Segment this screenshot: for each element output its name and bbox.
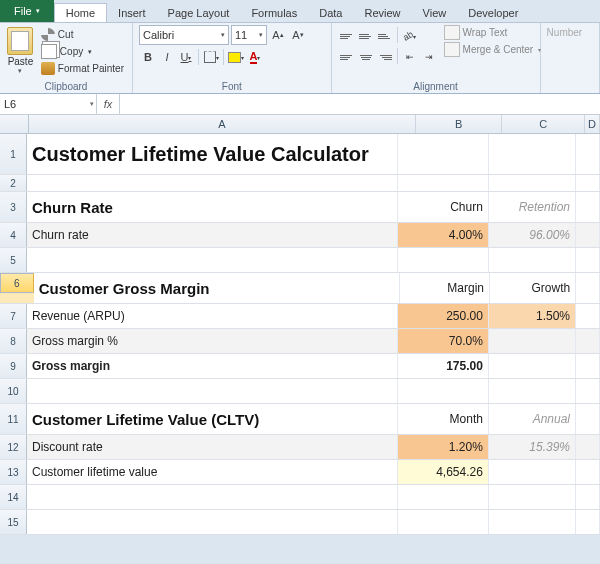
cell-D4[interactable] — [576, 223, 600, 247]
cell-A9[interactable]: Gross margin — [27, 354, 398, 378]
cell-A10[interactable] — [27, 379, 398, 403]
cell-C7[interactable]: 1.50% — [489, 304, 576, 328]
cell-D9[interactable] — [576, 354, 600, 378]
tab-formulas[interactable]: Formulas — [240, 4, 308, 22]
cell-A7[interactable]: Revenue (ARPU) — [27, 304, 398, 328]
cell-A12[interactable]: Discount rate — [27, 435, 398, 459]
tab-data[interactable]: Data — [308, 4, 353, 22]
cell-B8[interactable]: 70.0% — [398, 329, 489, 353]
cell-A2[interactable] — [27, 175, 398, 191]
cell-A14[interactable] — [27, 485, 398, 509]
tab-developer[interactable]: Developer — [457, 4, 529, 22]
cell-A4[interactable]: Churn rate — [27, 223, 398, 247]
cell-B13[interactable]: 4,654.26 — [398, 460, 489, 484]
row-header[interactable]: 5 — [0, 248, 27, 272]
cell-B11[interactable]: Month — [398, 404, 489, 434]
row-header[interactable]: 3 — [0, 192, 27, 222]
cell-D2[interactable] — [576, 175, 600, 191]
cell-B10[interactable] — [398, 379, 489, 403]
select-all-corner[interactable] — [0, 115, 29, 133]
row-header[interactable]: 9 — [0, 354, 27, 378]
cell-A15[interactable] — [27, 510, 398, 534]
cell-B5[interactable] — [398, 248, 489, 272]
font-name-select[interactable]: Calibri▾ — [139, 25, 229, 45]
cell-C9[interactable] — [489, 354, 576, 378]
cell-D6[interactable] — [576, 273, 600, 303]
tab-insert[interactable]: Insert — [107, 4, 157, 22]
cell-C13[interactable] — [489, 460, 576, 484]
cell-A8[interactable]: Gross margin % — [27, 329, 398, 353]
cell-B2[interactable] — [398, 175, 489, 191]
row-header[interactable]: 15 — [0, 510, 27, 534]
cell-C8[interactable] — [489, 329, 576, 353]
cell-B4[interactable]: 4.00% — [398, 223, 489, 247]
col-header-B[interactable]: B — [416, 115, 503, 133]
cell-B14[interactable] — [398, 485, 489, 509]
cell-C15[interactable] — [489, 510, 576, 534]
font-color-button[interactable]: A▾ — [246, 48, 264, 66]
copy-button[interactable]: Copy▾ — [39, 43, 126, 60]
col-header-C[interactable]: C — [502, 115, 585, 133]
row-header[interactable]: 6 — [0, 273, 34, 293]
row-header[interactable]: 1 — [0, 134, 27, 174]
cell-A3[interactable]: Churn Rate — [27, 192, 398, 222]
cell-D1[interactable] — [576, 134, 600, 174]
cell-B1[interactable] — [398, 134, 489, 174]
row-header[interactable]: 7 — [0, 304, 27, 328]
paste-button[interactable]: Paste ▾ — [6, 25, 35, 81]
cell-B6[interactable]: Margin — [400, 273, 490, 303]
tab-view[interactable]: View — [412, 4, 458, 22]
name-box[interactable]: L6▾ — [0, 94, 97, 114]
row-header[interactable]: 4 — [0, 223, 27, 247]
cell-C11[interactable]: Annual — [489, 404, 576, 434]
border-button[interactable]: ▾ — [202, 48, 220, 66]
align-middle-button[interactable] — [357, 27, 375, 45]
cell-D14[interactable] — [576, 485, 600, 509]
cell-C6[interactable]: Growth — [490, 273, 576, 303]
align-top-button[interactable] — [338, 27, 356, 45]
row-header[interactable]: 10 — [0, 379, 27, 403]
font-size-select[interactable]: 11▾ — [231, 25, 267, 45]
cell-B15[interactable] — [398, 510, 489, 534]
row-header[interactable]: 8 — [0, 329, 27, 353]
orientation-button[interactable]: ab▾ — [401, 27, 419, 45]
cell-B12[interactable]: 1.20% — [398, 435, 489, 459]
shrink-font-button[interactable]: A▾ — [289, 26, 307, 44]
merge-center-button[interactable]: Merge & Center▾ — [444, 42, 542, 57]
indent-dec-button[interactable]: ⇤ — [401, 48, 419, 66]
format-painter-button[interactable]: Format Painter — [39, 61, 126, 76]
file-tab[interactable]: File▾ — [0, 0, 54, 22]
align-right-button[interactable] — [376, 48, 394, 66]
cell-B3[interactable]: Churn — [398, 192, 489, 222]
align-left-button[interactable] — [338, 48, 356, 66]
fill-color-button[interactable]: ▾ — [227, 48, 245, 66]
tab-review[interactable]: Review — [353, 4, 411, 22]
formula-input[interactable] — [120, 94, 600, 114]
italic-button[interactable]: I — [158, 48, 176, 66]
cut-button[interactable]: Cut — [39, 27, 126, 42]
cell-C14[interactable] — [489, 485, 576, 509]
bold-button[interactable]: B — [139, 48, 157, 66]
cell-D11[interactable] — [576, 404, 600, 434]
underline-button[interactable]: U▾ — [177, 48, 195, 66]
cell-A5[interactable] — [27, 248, 398, 272]
cell-C3[interactable]: Retention — [489, 192, 576, 222]
cell-A13[interactable]: Customer lifetime value — [27, 460, 398, 484]
cell-C4[interactable]: 96.00% — [489, 223, 576, 247]
row-header[interactable]: 2 — [0, 175, 27, 191]
cell-C2[interactable] — [489, 175, 576, 191]
wrap-text-button[interactable]: Wrap Text — [444, 25, 542, 40]
grow-font-button[interactable]: A▴ — [269, 26, 287, 44]
cell-D5[interactable] — [576, 248, 600, 272]
cell-D3[interactable] — [576, 192, 600, 222]
cell-D7[interactable] — [576, 304, 600, 328]
chevron-down-icon[interactable]: ▾ — [18, 67, 22, 75]
cell-C1[interactable] — [489, 134, 576, 174]
row-header[interactable]: 12 — [0, 435, 27, 459]
cell-B7[interactable]: 250.00 — [398, 304, 489, 328]
cell-D12[interactable] — [576, 435, 600, 459]
cell-C5[interactable] — [489, 248, 576, 272]
indent-inc-button[interactable]: ⇥ — [420, 48, 438, 66]
cell-A11[interactable]: Customer Lifetime Value (CLTV) — [27, 404, 398, 434]
row-header[interactable]: 11 — [0, 404, 27, 434]
